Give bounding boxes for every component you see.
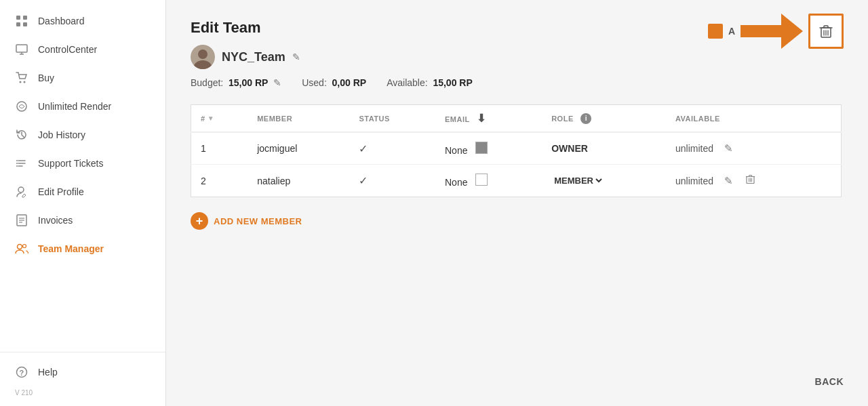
orange-indicator	[708, 24, 723, 39]
sidebar-item-support-tickets[interactable]: Support Tickets	[0, 149, 165, 178]
main-content: A Edit Team NYC_T	[166, 0, 868, 406]
avatar-image	[191, 45, 215, 69]
svg-point-9	[17, 102, 26, 111]
sidebar-item-unlimited-render[interactable]: Unlimited Render	[0, 92, 165, 121]
available-value: 15,00 RP	[433, 77, 472, 88]
back-button[interactable]: BACK	[815, 376, 844, 387]
sidebar-item-controlcenter[interactable]: ControlCenter	[0, 35, 165, 64]
grid-icon	[15, 14, 28, 28]
sidebar-item-label: Dashboard	[38, 16, 85, 26]
row2-color-box[interactable]	[475, 174, 488, 186]
info-icon[interactable]: i	[580, 113, 591, 124]
svg-point-21	[18, 245, 22, 249]
sidebar-item-help[interactable]: ? Help	[0, 358, 165, 386]
file-icon	[15, 214, 28, 227]
sidebar-item-label: Edit Profile	[38, 186, 84, 197]
team-name-label: NYC_Team	[222, 50, 285, 64]
available-section: Available: 15,00 RP	[387, 77, 473, 88]
download-icon[interactable]: ⬇	[477, 113, 486, 124]
used-value: 0,00 RP	[332, 77, 367, 88]
table-row: 1 jocmiguel ✓ None OWNER unlimited ✎	[191, 132, 842, 165]
sidebar-item-team-manager[interactable]: Team Manager	[0, 235, 165, 263]
sidebar-item-label: Support Tickets	[38, 158, 104, 169]
sidebar-item-label: Team Manager	[38, 243, 104, 254]
row1-email: None	[435, 132, 542, 165]
col-available: AVAILABLE	[666, 105, 842, 133]
edit-team-name-icon[interactable]: ✎	[292, 52, 300, 62]
svg-text:?: ?	[20, 369, 24, 377]
add-icon: +	[191, 212, 208, 230]
help-icon: ?	[15, 365, 28, 379]
sidebar-item-label: Job History	[38, 129, 85, 140]
svg-rect-1	[23, 16, 27, 20]
row2-role: MEMBER OWNER	[542, 165, 666, 197]
svg-rect-0	[16, 16, 20, 20]
monitor-icon	[15, 43, 28, 56]
col-number[interactable]: # ▼	[191, 105, 248, 133]
sidebar-item-label: ControlCenter	[38, 44, 97, 55]
svg-rect-2	[16, 22, 20, 26]
add-member-row[interactable]: + ADD NEW MEMBER	[191, 212, 844, 230]
team-avatar	[191, 45, 215, 69]
svg-point-16	[18, 187, 24, 192]
history-icon	[15, 128, 28, 142]
svg-point-7	[20, 81, 22, 83]
sort-icon: ▼	[208, 115, 214, 122]
row1-member: jocmiguel	[248, 132, 349, 165]
row2-email: None	[435, 165, 542, 197]
col-email: EMAIL ⬇	[435, 105, 542, 133]
row1-edit-button[interactable]: ✎	[722, 141, 736, 156]
row1-available: unlimited ✎	[666, 132, 842, 165]
row1-status: ✓	[349, 132, 435, 165]
row2-status: ✓	[349, 165, 435, 197]
list-icon	[15, 157, 28, 170]
sidebar: Dashboard ControlCenter Buy	[0, 0, 166, 406]
user-edit-icon	[15, 185, 28, 199]
trash-icon	[819, 24, 833, 39]
user-initial: A	[728, 26, 735, 37]
sidebar-item-label: Invoices	[38, 215, 73, 226]
sidebar-item-buy[interactable]: Buy	[0, 64, 165, 92]
row2-available: unlimited ✎	[666, 165, 842, 197]
cart-icon	[15, 71, 28, 85]
sidebar-item-label: Help	[38, 367, 58, 378]
edit-budget-icon[interactable]: ✎	[273, 77, 281, 88]
sidebar-item-label: Unlimited Render	[38, 101, 111, 112]
svg-rect-3	[23, 22, 27, 26]
row1-role: OWNER	[542, 132, 666, 165]
delete-team-button[interactable]	[808, 14, 844, 49]
table-row: 2 nataliep ✓ None MEMBER OWNER unlimited	[191, 165, 842, 197]
circle-icon	[15, 100, 28, 113]
role-dropdown[interactable]: MEMBER OWNER	[551, 175, 604, 186]
budget-label: Budget: 15,00 RP ✎	[191, 77, 281, 88]
trash-row-icon	[746, 174, 755, 184]
sidebar-item-edit-profile[interactable]: Edit Profile	[0, 178, 165, 206]
svg-point-31	[198, 49, 208, 59]
svg-rect-4	[16, 45, 27, 52]
used-section: Used: 0,00 RP	[302, 77, 366, 88]
row2-delete-button[interactable]	[743, 173, 757, 188]
team-table: # ▼ MEMBER STATUS EMAIL ⬇ ROLE i AVAILAB…	[191, 104, 842, 197]
sidebar-item-job-history[interactable]: Job History	[0, 121, 165, 149]
budget-row: Budget: 15,00 RP ✎ Used: 0,00 RP Availab…	[191, 77, 844, 88]
budget-value: 15,00 RP	[229, 77, 268, 88]
row2-num: 2	[191, 165, 248, 197]
add-member-label: ADD NEW MEMBER	[214, 216, 302, 226]
svg-point-22	[23, 245, 26, 248]
users-icon	[15, 242, 28, 256]
svg-point-8	[24, 81, 26, 83]
arrow-annotation	[741, 14, 803, 49]
top-right-actions: A	[708, 14, 844, 49]
sidebar-item-invoices[interactable]: Invoices	[0, 206, 165, 235]
col-status: STATUS	[349, 105, 435, 133]
row2-member: nataliep	[248, 165, 349, 197]
sidebar-item-dashboard[interactable]: Dashboard	[0, 7, 165, 35]
col-role: ROLE i	[542, 105, 666, 133]
version-label: V 210	[0, 386, 165, 399]
sidebar-item-label: Buy	[38, 73, 54, 83]
row1-color-box[interactable]	[475, 142, 488, 154]
row1-num: 1	[191, 132, 248, 165]
row2-edit-button[interactable]: ✎	[722, 174, 736, 188]
col-member: MEMBER	[248, 105, 349, 133]
